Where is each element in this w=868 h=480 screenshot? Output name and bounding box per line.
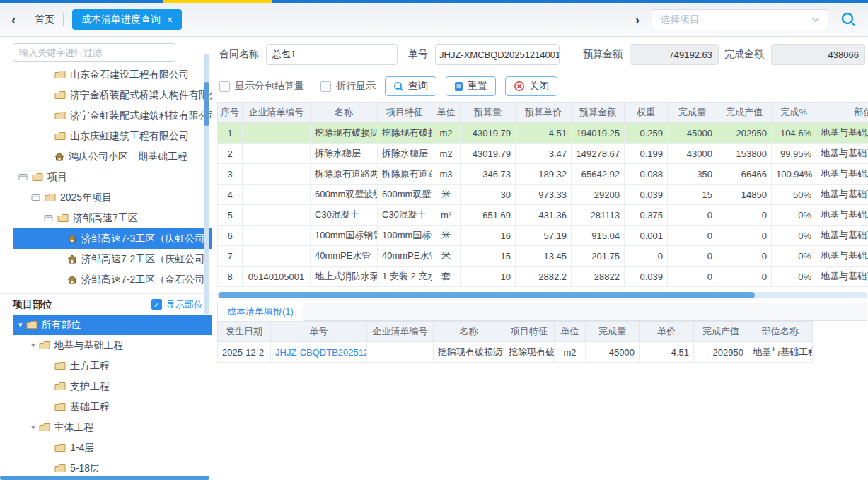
- doc-no-field[interactable]: JHJZ-XMCBQD20251214001: [435, 44, 560, 65]
- table-row[interactable]: 1挖除现有破损沥青挖除现有破损m243019.794.51194019.250.…: [218, 123, 868, 144]
- show-subpackage-label: 显示分包结算量: [235, 80, 304, 93]
- table-row[interactable]: 3拆除原有道路两侧拆除原有道路m3346.73189.3265642.920.0…: [218, 164, 868, 185]
- table-cell: 4.51: [640, 342, 694, 363]
- sidebar-scrollbar-thumb[interactable]: [204, 82, 209, 126]
- main-table-horizontal-scrollbar[interactable]: [217, 292, 867, 298]
- tab-cost-list-fill[interactable]: 成本清单填报(1): [217, 303, 303, 321]
- table-cell: 米: [432, 246, 461, 267]
- cost-fill-table: 发生日期单号企业清单编号名称项目特征单位完成量单价完成产值部位名称2025-12…: [217, 321, 813, 363]
- expander-icon[interactable]: [31, 194, 40, 201]
- app-window: ‹ 首页 成本清单进度查询 × › 选择项目 山东金石建设工程有限公司济宁金桥装…: [0, 0, 868, 480]
- caret-down-icon[interactable]: ▾: [31, 341, 35, 350]
- folder-icon: [57, 213, 69, 223]
- tree-item[interactable]: 济宁金桥装配式桥梁大构件有限公司: [13, 85, 212, 105]
- table-row[interactable]: 4600mm双壁波纹管600mm双壁波米30973.33292000.03915…: [218, 185, 868, 205]
- column-header: 名称: [311, 103, 378, 123]
- sidebar-vertical-scrollbar[interactable]: [204, 54, 209, 314]
- caret-down-icon[interactable]: ▾: [18, 320, 23, 329]
- contract-name-label: 合同名称: [219, 48, 259, 61]
- table-cell: 100.94%: [772, 164, 816, 185]
- column-header: 单号: [271, 322, 367, 342]
- tree-item[interactable]: 鸿庆公司小区一期基础工程: [13, 146, 212, 167]
- table-cell: 0: [668, 267, 717, 287]
- contract-name-field[interactable]: 总包1: [266, 44, 398, 65]
- tree-item[interactable]: 济宁金虹装配式建筑科技有限公司: [13, 105, 212, 126]
- folder-icon: [39, 423, 50, 432]
- wrap-lines-checkbox[interactable]: [320, 81, 331, 92]
- tree-item[interactable]: ▾地基与基础工程: [13, 335, 212, 356]
- table-cell: m³: [432, 205, 461, 226]
- table-cell: 1.安装 2.充水: [378, 267, 432, 287]
- main-panel: 合同名称 总包1 单号 JHJZ-XMCBQD20251214001 预算金额 …: [212, 37, 868, 480]
- column-header: 预算量: [461, 103, 516, 123]
- tree-item[interactable]: 山东金石建设工程有限公司: [13, 64, 212, 85]
- tab-close-icon[interactable]: ×: [167, 15, 173, 25]
- folder-icon: [54, 402, 66, 411]
- scroll-tabs-left-icon[interactable]: ‹: [11, 13, 16, 26]
- app-body: 山东金石建设工程有限公司济宁金桥装配式桥梁大构件有限公司济宁金虹装配式建筑科技有…: [0, 37, 868, 480]
- table-row[interactable]: 5C30混凝土C30混凝土m³651.69431.362811130.37500…: [218, 205, 868, 226]
- tree-item[interactable]: 1-4层: [13, 438, 212, 458]
- table-row[interactable]: 6100mm国标钢管100mm国标钢米1657.19915.040.001000…: [218, 226, 868, 246]
- tree-item[interactable]: 山东庆虹建筑工程有限公司: [13, 126, 212, 146]
- budget-amount-label: 预算金额: [583, 48, 623, 61]
- tree-item[interactable]: 济邹高速7-3工区（庆虹公司）: [13, 228, 212, 249]
- table-row[interactable]: 740mmPE水管40mmPE水管米1513.45201.750000%地基与基…: [218, 246, 868, 267]
- search-button[interactable]: [840, 11, 857, 28]
- table-cell: 431.36: [516, 205, 572, 226]
- column-header: 完成产值: [694, 322, 748, 342]
- table-cell: 149278.67: [572, 144, 625, 164]
- column-header: 项目特征: [504, 322, 555, 342]
- table-cell: 40mmPE水管: [378, 246, 432, 267]
- tree-item[interactable]: 济邹高速7-2工区（庆虹公司）: [13, 249, 212, 269]
- column-header: 项目特征: [378, 103, 432, 123]
- folder-icon: [45, 193, 56, 202]
- table-row[interactable]: 2025-12-2JHJZ-CBQDTB202512挖除现有破损沥青挖除现有破损…: [218, 342, 813, 363]
- table-cell: 43000: [668, 144, 717, 164]
- query-button[interactable]: 查询: [385, 76, 436, 96]
- tree-item[interactable]: 济邹高速7-2工区（金石公司）: [13, 269, 212, 290]
- table-cell: C30混凝土: [311, 205, 378, 226]
- tree-item[interactable]: 济邹高速7工区: [13, 208, 212, 228]
- close-button[interactable]: 关闭: [505, 76, 557, 96]
- table-row[interactable]: 2拆除水稳层拆除水稳层m243019.793.47149278.670.1994…: [218, 144, 868, 164]
- expander-icon[interactable]: [18, 173, 28, 181]
- sidebar-horizontal-scrollbar[interactable]: [0, 476, 209, 480]
- table-cell: 挖除现有破损: [378, 123, 432, 144]
- scroll-tabs-right-icon[interactable]: ›: [635, 13, 640, 26]
- expander-icon[interactable]: [44, 214, 53, 222]
- doc-no-link[interactable]: JHJZ-CBQDTB202512: [275, 347, 367, 358]
- table-cell: [243, 123, 311, 144]
- tree-item[interactable]: ▾所有部位: [13, 315, 212, 335]
- main-scrollbar-thumb[interactable]: [219, 292, 755, 298]
- tab-home[interactable]: 首页: [35, 13, 54, 26]
- show-parts-toggle[interactable]: ✓ 显示部位: [151, 298, 203, 311]
- tree-item-label: 土方工程: [70, 360, 110, 373]
- active-tab-label: 成本清单进度查询: [81, 13, 161, 26]
- tab-cost-list-progress[interactable]: 成本清单进度查询 ×: [72, 9, 182, 30]
- reset-button[interactable]: 重置: [446, 76, 496, 96]
- tree-filter-input[interactable]: [13, 43, 175, 62]
- table-cell: 3.47: [516, 144, 572, 164]
- tree-item[interactable]: 项目: [13, 167, 212, 187]
- chevron-down-icon: [811, 17, 820, 23]
- project-select[interactable]: 选择项目: [652, 9, 828, 30]
- table-cell: 地基与基础工程: [816, 246, 868, 267]
- column-header: 部位名称: [748, 322, 813, 342]
- table-cell: 地基与基础工程: [816, 205, 868, 226]
- tree-item-label: 济宁金桥装配式桥梁大构件有限公司: [70, 89, 212, 102]
- tree-item[interactable]: ▾主体工程: [13, 417, 212, 438]
- project-select-placeholder: 选择项目: [660, 13, 700, 26]
- tree-item[interactable]: 支护工程: [13, 376, 212, 397]
- show-parts-checkbox[interactable]: ✓: [151, 299, 162, 310]
- tree-item[interactable]: 土方工程: [13, 356, 212, 376]
- tree-item-label: 1-4层: [70, 442, 94, 455]
- tree-item[interactable]: 2025年项目: [13, 187, 212, 208]
- doc-no-label: 单号: [408, 48, 428, 61]
- table-cell: 0: [717, 246, 772, 267]
- done-amount-label: 完成金额: [724, 48, 764, 61]
- tree-item[interactable]: 基础工程: [13, 397, 212, 417]
- caret-down-icon[interactable]: ▾: [31, 423, 35, 432]
- table-row[interactable]: 805140105001地上式消防水泵接1.安装 2.充水套102882.228…: [218, 267, 868, 287]
- show-subpackage-checkbox[interactable]: [219, 81, 230, 92]
